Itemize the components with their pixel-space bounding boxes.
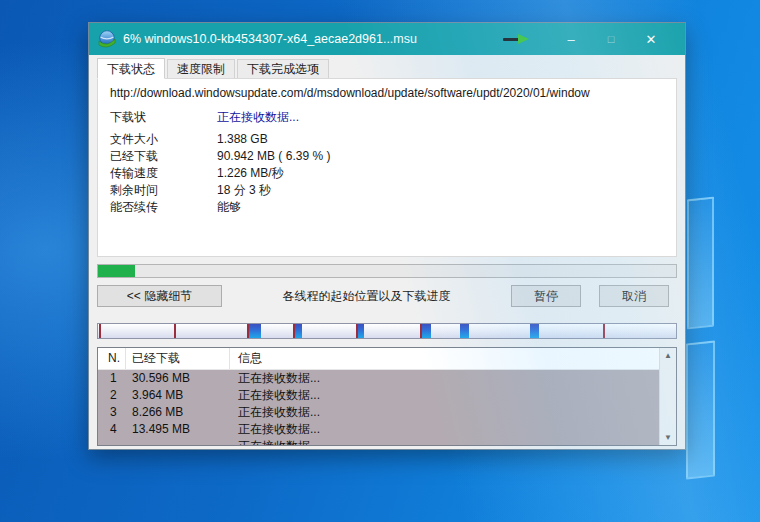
- desktop-wallpaper: 6% windows10.0-kb4534307-x64_aecae2d961.…: [0, 0, 760, 522]
- field-label-file-size: 文件大小: [110, 131, 217, 148]
- progress-fill: [98, 265, 135, 277]
- cell-info: 正在接收数据...: [230, 404, 659, 421]
- scroll-down-icon[interactable]: ▼: [660, 430, 676, 445]
- cell-downloaded: 8.266 MB: [126, 404, 230, 421]
- table-rows: 1 30.596 MB 正在接收数据... 2 3.964 MB 正在接收数据.…: [98, 370, 659, 445]
- idm-app-icon[interactable]: [98, 30, 116, 48]
- windows-logo-pane: [686, 340, 715, 479]
- tab-strip: 下载状态 速度限制 下载完成选项: [97, 58, 677, 78]
- tab-download-status[interactable]: 下载状态: [97, 58, 165, 79]
- window-body: 下载状态 速度限制 下载完成选项 http://download.windows…: [89, 55, 685, 449]
- field-label-status: 下载状: [110, 109, 217, 126]
- threads-caption: 各线程的起始位置以及下载进度: [222, 288, 511, 305]
- table-row[interactable]: 3 8.266 MB 正在接收数据...: [98, 404, 659, 421]
- cell-n: 3: [98, 404, 126, 421]
- field-value-resume-capability: 能够: [217, 199, 241, 216]
- thread-progress-bar: [97, 323, 677, 339]
- cell-info: 正在接收数据...: [230, 421, 659, 438]
- scroll-up-icon[interactable]: ▲: [660, 348, 676, 363]
- windows-logo-pane: [687, 197, 714, 330]
- column-header-n[interactable]: N.: [98, 348, 126, 369]
- window-title: 6% windows10.0-kb4534307-x64_aecae2d961.…: [123, 32, 501, 46]
- cell-n: 2: [98, 387, 126, 404]
- cell-info: 正在接收数据...: [230, 370, 659, 387]
- threads-table: N. 已经下载 信息 1 30.596 MB 正在接收数据... 2 3.964…: [97, 347, 677, 446]
- download-url: http://download.windowsupdate.com/d/msdo…: [110, 86, 674, 100]
- cell-info: 正在接收数据...: [230, 387, 659, 404]
- column-header-downloaded[interactable]: 已经下载: [126, 348, 230, 369]
- field-value-downloaded: 90.942 MB ( 6.39 % ): [217, 148, 330, 165]
- titlebar[interactable]: 6% windows10.0-kb4534307-x64_aecae2d961.…: [89, 23, 685, 55]
- field-label-downloaded: 已经下载: [110, 148, 217, 165]
- field-value-status: 正在接收数据...: [217, 109, 299, 126]
- cell-n: 1: [98, 370, 126, 387]
- field-label-resume-capability: 能否续传: [110, 199, 217, 216]
- field-label-time-left: 剩余时间: [110, 182, 217, 199]
- cell-downloaded: 30.596 MB: [126, 370, 230, 387]
- progress-bar: [97, 264, 677, 278]
- tab-speed-limit[interactable]: 速度限制: [167, 59, 235, 78]
- minimize-button[interactable]: –: [551, 23, 591, 55]
- field-label-transfer-rate: 传输速度: [110, 165, 217, 182]
- table-header: N. 已经下载 信息: [98, 348, 659, 370]
- cell-downloaded: 3.964 MB: [126, 387, 230, 404]
- status-panel: http://download.windowsupdate.com/d/msdo…: [97, 78, 677, 257]
- column-header-info[interactable]: 信息: [230, 348, 659, 369]
- cell-downloaded: 13.495 MB: [126, 421, 230, 438]
- table-row[interactable]: 2 3.964 MB 正在接收数据...: [98, 387, 659, 404]
- pause-button[interactable]: 暂停: [511, 285, 581, 307]
- table-scrollbar[interactable]: ▲ ▼: [659, 348, 676, 445]
- cell-n: 4: [98, 421, 126, 438]
- table-row[interactable]: 4 13.495 MB 正在接收数据...: [98, 421, 659, 438]
- tab-download-complete-options[interactable]: 下载完成选项: [237, 59, 329, 78]
- cell-downloaded: [126, 438, 230, 445]
- field-value-transfer-rate: 1.226 MB/秒: [217, 165, 284, 182]
- idm-download-window: 6% windows10.0-kb4534307-x64_aecae2d961.…: [88, 22, 686, 450]
- button-row: << 隐藏细节 各线程的起始位置以及下载进度 暂停 取消: [97, 285, 677, 307]
- download-arrow-icon: [501, 32, 535, 46]
- field-value-time-left: 18 分 3 秒: [217, 182, 271, 199]
- maximize-button[interactable]: □: [591, 23, 631, 55]
- table-row[interactable]: 1 30.596 MB 正在接收数据...: [98, 370, 659, 387]
- cell-n: [98, 438, 126, 445]
- table-row[interactable]: 正在接收数据...: [98, 438, 659, 445]
- hide-details-button[interactable]: << 隐藏细节: [97, 285, 222, 307]
- field-value-file-size: 1.388 GB: [217, 131, 268, 148]
- cell-info: 正在接收数据...: [230, 438, 659, 445]
- close-button[interactable]: ✕: [631, 23, 671, 55]
- cancel-button[interactable]: 取消: [599, 285, 669, 307]
